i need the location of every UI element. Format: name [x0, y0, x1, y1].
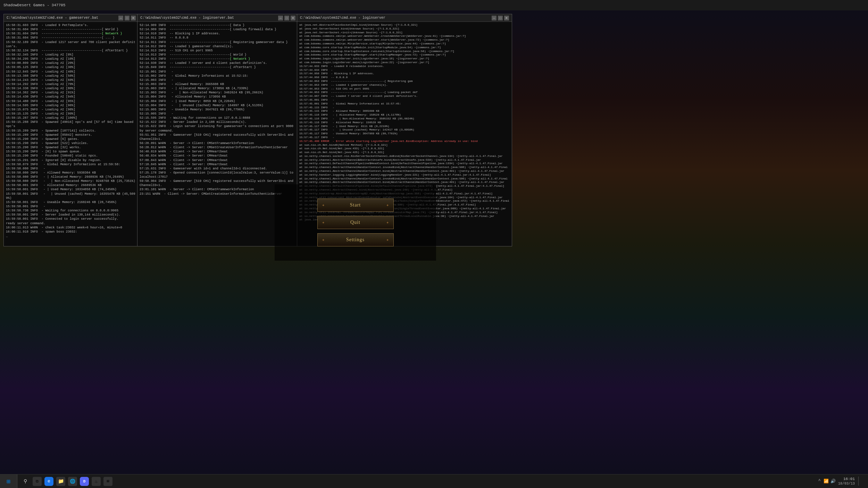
cmd-titlebar-3: C:\Windows\system32\cmd.exe - loginserve…	[297, 14, 512, 22]
taskbar-date: 18/03/13	[838, 481, 855, 486]
edge-icon[interactable]: e	[44, 477, 53, 486]
taskbar-icons-area: ⚲ ⧉ e 📁 🌐 D ♨ ⊞	[17, 477, 812, 486]
maximize-btn-1[interactable]: □	[125, 16, 130, 20]
volume-tray-icon[interactable]: 🔊	[831, 478, 836, 484]
cmd-titlebar-1: C:\Windows\system32\cmd.exe - gameserver…	[4, 14, 139, 22]
close-btn-2[interactable]: ✕	[291, 16, 295, 20]
titlebar-buttons-3: ─ □ ✕	[492, 16, 509, 20]
discord-icon-symbol: D	[83, 479, 86, 483]
browser-icon-symbol: 🌐	[70, 479, 75, 484]
close-btn-1[interactable]: ✕	[131, 16, 136, 20]
cmd-content-1: 15:58:31.603 INFO - Loaded 9 PetTemplate…	[4, 22, 139, 246]
cmd-title-2: C:\Windows\system32\cmd.exe - loginserve…	[140, 16, 234, 20]
file-explorer-icon: 📁	[58, 478, 64, 484]
cmd-window-gameserver: C:\Windows\system32\cmd.exe - gameserver…	[3, 14, 139, 246]
network-tray-icon[interactable]: 📶	[824, 478, 829, 484]
minimize-btn-3[interactable]: ─	[492, 16, 496, 20]
taskbar-time: 16:01	[843, 477, 855, 481]
apps-icon-symbol: ⊞	[107, 479, 109, 484]
cmd-content-2: 52:14.909 INFO -------------------------…	[137, 22, 298, 246]
discord-icon[interactable]: D	[80, 477, 89, 486]
taskview-icon-symbol: ⧉	[36, 479, 39, 483]
cmd-window-loginserver: C:\Windows\system32\cmd.exe - loginserve…	[137, 14, 299, 246]
start-menu-button[interactable]: ⊞	[0, 474, 17, 488]
cmd-titlebar-2: C:\Windows\system32\cmd.exe - loginserve…	[137, 14, 298, 22]
window-title: ShadowDesert Games - 347705	[3, 3, 65, 7]
edge-browser-icon: e	[48, 479, 50, 484]
taskview-icon[interactable]: ⧉	[33, 477, 42, 486]
steam-icon-symbol: ♨	[95, 479, 98, 484]
title-bar: ShadowDesert Games - 347705	[0, 0, 868, 10]
show-desktop-icon[interactable]	[858, 477, 864, 486]
steam-icon[interactable]: ♨	[92, 477, 101, 486]
browser-icon[interactable]: 🌐	[68, 477, 77, 486]
apps-icon[interactable]: ⊞	[103, 477, 112, 486]
clock-area: 16:01 18/03/13	[838, 477, 855, 486]
taskbar-system-tray: ^ 📶 🔊 16:01 18/03/13	[812, 477, 868, 486]
start-button[interactable]: Start	[317, 199, 394, 212]
maximize-btn-3[interactable]: □	[498, 16, 503, 20]
minimize-btn-2[interactable]: ─	[278, 16, 283, 20]
titlebar-buttons-2: ─ □ ✕	[278, 16, 295, 20]
search-icon: ⚲	[24, 478, 27, 484]
minimize-btn-1[interactable]: ─	[118, 16, 123, 20]
close-btn-3[interactable]: ✕	[504, 16, 509, 20]
windows-area: C:\Windows\system32\cmd.exe - gameserver…	[0, 10, 868, 474]
taskbar-bottom: ⊞ ⚲ ⧉ e 📁 🌐 D ♨ ⊞ ^ 📶 🔊	[0, 474, 868, 488]
search-taskbar-icon[interactable]: ⚲	[21, 477, 30, 486]
system-tray-icons: ^ 📶 🔊	[817, 478, 836, 484]
windows-logo-icon: ⊞	[7, 478, 10, 485]
maximize-btn-2[interactable]: □	[284, 16, 289, 20]
cmd-title-3: C:\Windows\system32\cmd.exe - loginserve…	[300, 16, 385, 20]
game-menu-overlay: Start Quit Settings	[275, 184, 436, 261]
titlebar-buttons-1: ─ □ ✕	[118, 16, 136, 20]
quit-button[interactable]: Quit	[317, 216, 394, 229]
settings-button[interactable]: Settings	[317, 233, 394, 246]
folder-icon[interactable]: 📁	[56, 477, 65, 486]
tray-arrow-icon[interactable]: ^	[817, 478, 822, 484]
cmd-title-1: C:\Windows\system32\cmd.exe - gameserver…	[7, 16, 98, 20]
